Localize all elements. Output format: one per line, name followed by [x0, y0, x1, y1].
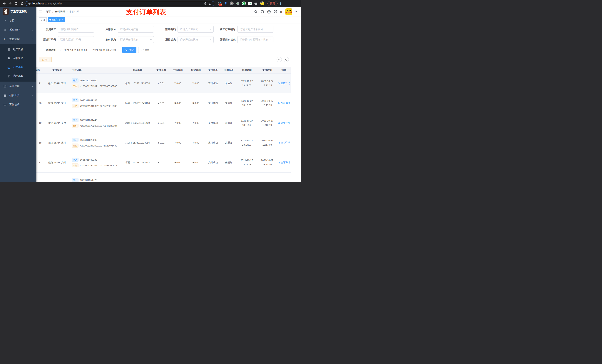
share-icon[interactable] — [204, 2, 207, 5]
cell-fee: ¥ 0.00 — [169, 73, 187, 93]
home-icon — [20, 2, 24, 5]
caret-down-icon[interactable] — [295, 11, 297, 12]
tag-pay-order[interactable]: 支付订单 × — [48, 17, 65, 22]
extension-balloon-icon[interactable] — [224, 1, 227, 6]
browser-menu-icon[interactable]: ⋮ — [279, 2, 282, 5]
merchant-select[interactable] — [58, 26, 94, 32]
table-row[interactable]: 19 微信 JSAPI 支付 商户1635311881440 支付4200001… — [36, 113, 291, 133]
channel-order-no-input[interactable] — [58, 36, 94, 43]
filter-label: 回调商户状态 — [215, 36, 237, 43]
filter-row-1: 所属商户 应用编号 渠道编码 — [36, 26, 301, 32]
sidebar-item-home[interactable]: 首页 — [0, 16, 36, 25]
filter-label: 所属商户 — [36, 26, 58, 32]
extension-grid-icon[interactable]: 10 — [217, 1, 221, 6]
breadcrumb-home[interactable]: 首页 — [45, 10, 51, 13]
show-search-toggle-button[interactable] — [277, 57, 282, 62]
table-row[interactable]: 17 微信 JSAPI 支付 商户1635311468233 支付4200001… — [36, 153, 291, 172]
table-row[interactable]: 18 微信 JSAPI 支付 商户1635311823086 支付4200001… — [36, 133, 291, 153]
help-icon[interactable]: ? — [267, 10, 271, 14]
table-toolbar: 导出 — [36, 57, 301, 62]
column-header-notify: 回调状态 — [221, 67, 236, 73]
sidebar-item-refund-order[interactable]: 退款订单 — [0, 72, 36, 81]
search-button[interactable]: 搜索 — [122, 47, 136, 53]
merchant-order-no-input[interactable] — [237, 26, 273, 32]
reset-button[interactable]: 重置 — [138, 47, 152, 53]
browser-back-button[interactable] — [2, 1, 7, 6]
extension-green-dot-icon[interactable] — [236, 1, 240, 6]
sidebar-item-dev-tools[interactable]: 研发工具 — [0, 91, 36, 100]
briefcase-icon — [3, 103, 7, 106]
merchant-tag: 商户 — [72, 178, 78, 182]
channel-code-select[interactable] — [178, 26, 214, 32]
view-detail-link[interactable]: 查看详情 — [278, 141, 290, 145]
extension-chat-icon[interactable] — [248, 1, 252, 6]
sidebar-item-workflow[interactable]: 工作流程 — [0, 100, 36, 109]
avatar[interactable] — [285, 8, 292, 15]
cell-pay-time: 2021-10-2713:22:15 — [257, 73, 277, 93]
font-size-icon[interactable]: tT — [280, 10, 282, 13]
extension-command-icon[interactable]: ⌘ — [230, 1, 234, 6]
browser-reload-button[interactable] — [14, 1, 19, 6]
sidebar-logo[interactable]: 芋道管理系统 — [0, 7, 36, 16]
sidebar-collapse-icon[interactable] — [39, 10, 43, 14]
table-tools — [277, 57, 289, 62]
refresh-icon — [285, 58, 288, 61]
table-row[interactable]: 20 微信 JSAPI 支付 商户1635311949168 支付4200001… — [36, 93, 291, 113]
sidebar-item-infrastructure[interactable]: 基础设施 — [0, 82, 36, 91]
site-info-icon[interactable] — [28, 2, 31, 5]
cell-channel — [44, 172, 70, 182]
url-host: localhost — [32, 2, 44, 5]
search-icon[interactable] — [254, 10, 258, 13]
cell-amount: ¥ 0.01 — [153, 93, 169, 113]
callback-status-select[interactable] — [237, 36, 273, 43]
refresh-table-button[interactable] — [284, 57, 289, 62]
view-detail-link[interactable]: 查看详情 — [278, 121, 290, 125]
table-row-partial[interactable]: 商户1635311354726 — [36, 172, 291, 182]
view-detail-link[interactable]: 查看详情 — [278, 102, 290, 105]
cell-fee: ¥ 0.00 — [169, 153, 187, 172]
table-row[interactable]: 21 微信 JSAPI 支付 商户1635312124657 支付4200001… — [36, 73, 291, 93]
sidebar-item-merchant-info[interactable]: 商户信息 — [0, 45, 36, 54]
filter-label: 创建时间 — [36, 47, 58, 53]
pay-order-no: 4200001173202110272847982104 — [80, 125, 117, 127]
extension-y-icon[interactable]: y — [242, 1, 246, 6]
cell-refund: ¥ 0.00 — [187, 93, 205, 113]
cell-fee: ¥ 0.00 — [169, 113, 187, 133]
cell-status: 支付成功 — [205, 113, 221, 133]
bookmark-star-icon[interactable] — [208, 2, 212, 5]
sidebar-item-app-info[interactable]: 应用信息 — [0, 54, 36, 63]
pay-status-select[interactable] — [118, 36, 154, 43]
cell-amount: ¥ 0.01 — [153, 113, 169, 133]
browser-update-button[interactable]: 更新 — [268, 1, 278, 6]
browser-forward-button[interactable] — [8, 1, 13, 6]
view-detail-link[interactable]: 查看详情 — [278, 82, 290, 85]
cell-notify: 未通知 — [221, 113, 236, 133]
merchant-order-no: 1635311881440 — [80, 119, 97, 122]
github-icon[interactable] — [260, 10, 264, 14]
sidebar-item-pay-order[interactable]: ¥ 支付订单 — [0, 63, 36, 72]
tag-home[interactable]: 首页 — [39, 17, 47, 22]
fullscreen-icon[interactable] — [274, 10, 277, 13]
browser-home-button[interactable] — [20, 1, 24, 6]
cell-status: 支付成功 — [205, 153, 221, 172]
filter-label: 支付状态 — [96, 36, 118, 43]
cell-action: 查看详情 — [277, 73, 291, 93]
refund-status-select[interactable] — [178, 36, 214, 43]
app-select[interactable] — [118, 26, 154, 32]
sidebar-item-payment[interactable]: ¥ 支付管理 — [0, 35, 36, 44]
date-separator: - — [88, 49, 91, 52]
export-button[interactable]: 导出 — [39, 57, 52, 62]
close-icon[interactable]: × — [62, 19, 63, 21]
date-range-picker[interactable]: 2021-10-01 00:00:00 - 2021-10-31 23:59:5… — [58, 47, 120, 53]
address-bar[interactable]: localhost:1024/pay/order — [26, 1, 214, 6]
cell-channel: 微信 JSAPI 支付 — [44, 153, 70, 172]
extension-emoji-icon[interactable] — [260, 1, 264, 6]
sidebar-item-system[interactable]: 系统管理 — [0, 25, 36, 35]
documents-icon — [7, 74, 10, 77]
toolbox-icon — [3, 94, 7, 97]
breadcrumb-section[interactable]: 支付管理 — [55, 10, 65, 13]
top-navbar: 首页 / 支付管理 / 支付订单 支付订单列表 ? — [36, 7, 301, 17]
extensions-puzzle-icon[interactable] — [254, 1, 258, 6]
view-detail-link[interactable]: 查看详情 — [278, 161, 290, 164]
merchant-tag: 商户 — [72, 138, 78, 142]
